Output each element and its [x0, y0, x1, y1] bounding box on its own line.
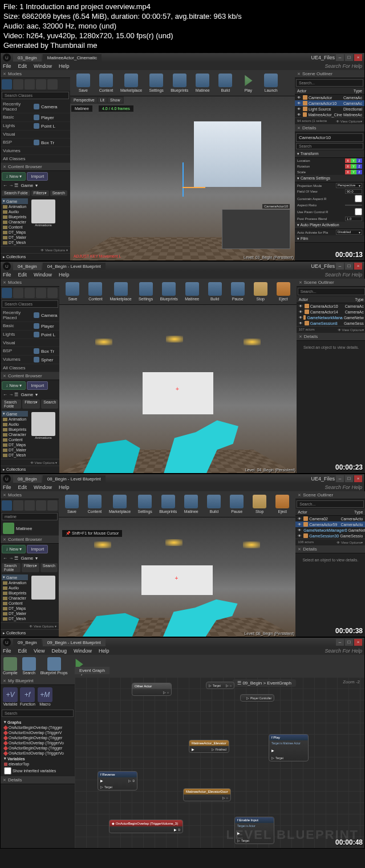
folder-row[interactable]: Animation: [2, 417, 28, 422]
visibility-icon[interactable]: [298, 522, 302, 527]
outliner-search[interactable]: Search...: [297, 500, 364, 508]
col-actor[interactable]: Actor: [299, 298, 355, 301]
folder-row[interactable]: Character: [2, 596, 28, 601]
asset-search[interactable]: Search: [41, 400, 58, 409]
close-button[interactable]: ×: [354, 54, 362, 61]
menu-edit[interactable]: Edit: [18, 63, 27, 69]
actor-row[interactable]: GameNetworkManager0GameNetwo: [295, 527, 365, 533]
new-button[interactable]: ↓ New ▾: [2, 172, 26, 181]
search-folder[interactable]: Search Folde: [2, 400, 21, 409]
cat-bsp[interactable]: BSP: [3, 140, 34, 145]
visibility-icon[interactable]: [297, 112, 302, 117]
cat-recent[interactable]: Recently Placed: [3, 101, 34, 112]
settings-button[interactable]: Settings: [135, 281, 157, 302]
search-button[interactable]: Search: [22, 657, 36, 675]
visibility-icon[interactable]: [298, 516, 302, 521]
bp-props-button[interactable]: Blueprint Props: [40, 657, 68, 675]
folder-dtmater[interactable]: DT_Mater: [2, 235, 28, 240]
save-button[interactable]: Save: [72, 72, 94, 93]
actor-row-selected[interactable]: CameraActor59CameraActo: [295, 521, 365, 527]
foliage-mode-icon[interactable]: [36, 79, 46, 89]
folder-blueprints[interactable]: Blueprints: [2, 214, 28, 219]
minimize-button[interactable]: –: [336, 263, 344, 270]
folder-row[interactable]: DT_Mesh: [2, 616, 28, 621]
stop-button[interactable]: Stop: [249, 494, 270, 515]
item-pointlight[interactable]: Point L: [34, 123, 68, 129]
matinee-button[interactable]: Matinee: [180, 494, 202, 515]
view-options[interactable]: 👁 View Options ▾: [1, 246, 70, 253]
vp-lit[interactable]: Lit: [98, 97, 107, 103]
folder-row[interactable]: DT_Mater: [2, 447, 28, 453]
myblueprint-search[interactable]: Search: [2, 710, 74, 717]
folder-game[interactable]: ▾ Game: [2, 198, 28, 204]
cat-lights[interactable]: Lights: [3, 332, 34, 337]
asset-thumbnail[interactable]: Animations: [31, 412, 55, 439]
foliage-mode-icon[interactable]: [36, 500, 46, 511]
marketplace-button[interactable]: Marketplace: [107, 494, 133, 515]
camera-category[interactable]: Camera Settings: [295, 175, 364, 182]
cat-bsp[interactable]: BSP: [3, 348, 34, 354]
search-help[interactable]: Search For Help: [325, 484, 362, 490]
actor-row[interactable]: CameraActor14CameraAc: [297, 309, 365, 315]
collections-header[interactable]: ▸ Collections: [1, 253, 70, 260]
folder-game[interactable]: ▾ Game: [2, 411, 28, 417]
item-camera[interactable]: Camera: [34, 101, 68, 112]
event-graph-canvas[interactable]: Event Graph ☰ 09_Begin > EventGraph Zoom…: [75, 677, 364, 848]
variables-category[interactable]: ▾ Variables: [2, 756, 74, 761]
content-path[interactable]: ← → ☰ Game ▾: [1, 555, 59, 562]
modes-search[interactable]: Search Classes: [2, 92, 69, 99]
visibility-icon[interactable]: [299, 315, 302, 320]
cat-all[interactable]: All Classes: [3, 365, 34, 370]
aspect-input[interactable]: [345, 205, 362, 206]
item-matinee[interactable]: Matinee: [3, 523, 56, 534]
col-actor[interactable]: Actor: [298, 510, 354, 514]
actor-row[interactable]: GameNetworkManaGameNetw: [297, 315, 365, 320]
filters-dropdown[interactable]: Filters▾: [22, 400, 40, 409]
maximize-button[interactable]: □: [345, 639, 353, 646]
menu-edit[interactable]: Edit: [18, 272, 27, 278]
cat-volumes[interactable]: Volumes: [3, 148, 34, 153]
build-button[interactable]: Build: [214, 72, 236, 93]
menu-help[interactable]: Help: [59, 63, 70, 69]
variable-row[interactable]: elevatorTop: [2, 761, 74, 767]
geometry-mode-icon[interactable]: [47, 500, 58, 511]
blueprints-button[interactable]: Blueprints: [157, 494, 179, 515]
actor-row[interactable]: Camera02CameraActo: [295, 516, 365, 521]
content-path[interactable]: ← → ☰ Game ▾: [1, 182, 70, 189]
launch-button[interactable]: Launch: [260, 72, 282, 93]
item-sphere[interactable]: Spher: [34, 357, 57, 362]
visibility-icon[interactable]: [297, 95, 302, 100]
minimize-button[interactable]: –: [336, 639, 344, 646]
menu-edit[interactable]: Edit: [18, 648, 27, 654]
postblend-input[interactable]: 1.0: [345, 217, 362, 221]
graph-event[interactable]: OnActorEndOverlap (TriggerV: [2, 730, 74, 735]
actor-row[interactable]: MatineeActor_CineMatineeAc: [295, 112, 364, 117]
geometry-mode-icon[interactable]: [47, 79, 58, 89]
place-mode-icon[interactable]: [2, 500, 12, 511]
graph-event[interactable]: OnActorEndOverlap (TriggerVo: [2, 740, 74, 745]
folder-character[interactable]: Character: [2, 219, 28, 225]
tab-level[interactable]: 03_Begin: [13, 54, 42, 62]
folder-row[interactable]: Content: [2, 437, 28, 442]
settings-button[interactable]: Settings: [145, 72, 167, 93]
rotation-xyz[interactable]: XYZ: [345, 164, 362, 169]
menu-file[interactable]: File: [3, 63, 11, 69]
save-button[interactable]: Save: [61, 494, 83, 515]
show-inherited-checkbox[interactable]: Show inherited variables: [2, 767, 74, 775]
view-options[interactable]: 👁 View Options ▾: [1, 459, 59, 466]
folder-row[interactable]: Audio: [2, 422, 28, 427]
marketplace-button[interactable]: Marketplace: [107, 281, 133, 302]
menu-window[interactable]: Window: [74, 648, 92, 654]
folder-game[interactable]: ▾ Game: [2, 574, 28, 580]
bp-node-matinee-elevator[interactable]: MatineeActor_Elevator Finished: [189, 740, 229, 753]
minimize-button[interactable]: –: [336, 475, 344, 482]
search-help[interactable]: Search For Help: [325, 63, 362, 69]
import-button[interactable]: Import: [27, 381, 48, 390]
menu-help[interactable]: Help: [59, 484, 70, 490]
tab-blueprint[interactable]: 04_Begin - Level Blueprint: [43, 263, 106, 270]
save-button[interactable]: Save: [62, 281, 83, 302]
bp-node-other-actor[interactable]: Other Actor ○: [132, 683, 172, 696]
projection-combo[interactable]: Perspective▾: [336, 183, 362, 188]
game-viewport[interactable]: + 📌 Shift+F1 for Mouse Cursor Level: 08_…: [59, 517, 295, 637]
pawn-checkbox[interactable]: [355, 208, 362, 215]
